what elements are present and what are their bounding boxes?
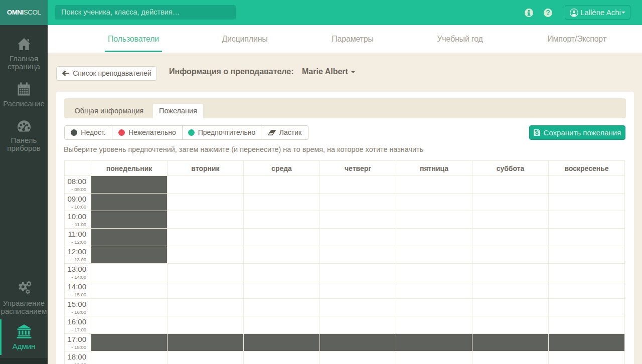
svg-text:?: ? bbox=[546, 9, 550, 17]
